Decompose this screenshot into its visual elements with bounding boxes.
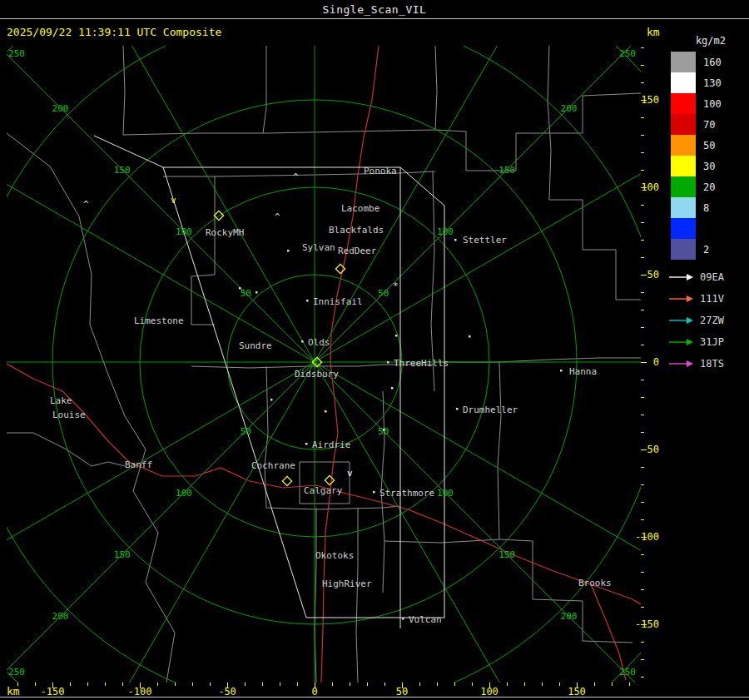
county-boundary bbox=[435, 358, 641, 362]
y-axis-minor-tick bbox=[641, 484, 644, 485]
x-axis-minor-tick bbox=[245, 683, 246, 686]
y-axis-minor-tick bbox=[641, 345, 644, 345]
city-label: Innisfail bbox=[313, 296, 363, 307]
radar-site-entry: 31JP bbox=[669, 331, 724, 353]
colorbar-swatch bbox=[671, 239, 696, 260]
title-divider bbox=[0, 18, 749, 19]
colorbar-swatch bbox=[671, 93, 696, 114]
highway-line bbox=[591, 584, 626, 680]
y-axis-minor-tick bbox=[641, 677, 644, 678]
azimuth-spoke bbox=[65, 46, 315, 362]
county-boundary bbox=[265, 366, 268, 508]
y-axis-minor-tick bbox=[641, 397, 644, 398]
range-label: 100 bbox=[437, 226, 454, 237]
city-label: Lake bbox=[50, 395, 72, 406]
caret-marker: ^ bbox=[275, 211, 280, 222]
radar-site-id: 27ZW bbox=[700, 315, 724, 326]
colorbar-level bbox=[671, 218, 722, 239]
radar-arrow-icon bbox=[669, 360, 694, 368]
range-label: 250 bbox=[8, 667, 25, 678]
y-axis-minor-tick bbox=[641, 467, 644, 468]
radar-site-entry: 18TS bbox=[669, 353, 724, 375]
county-boundary bbox=[384, 539, 533, 543]
radar-coverage-boundary bbox=[400, 167, 444, 206]
town-marker-dot bbox=[456, 408, 459, 410]
colorbar-level: 8 bbox=[671, 197, 722, 218]
town-marker-dot bbox=[239, 287, 241, 290]
x-axis-minor-tick bbox=[367, 683, 368, 686]
county-boundary bbox=[300, 462, 350, 504]
city-label: Blackfalds bbox=[329, 225, 384, 236]
colorbar-level: 2 bbox=[671, 239, 722, 260]
county-boundary bbox=[123, 46, 125, 135]
town-marker-dot bbox=[454, 239, 457, 241]
y-axis-minor-tick bbox=[641, 292, 644, 293]
colorbar-swatch bbox=[671, 197, 696, 218]
city-label: RockyMH bbox=[206, 227, 244, 238]
caret-marker: ^ bbox=[293, 171, 299, 182]
radar-app-window: Single_Scan_VIL 2025/09/22 11:39:11 UTC … bbox=[0, 0, 749, 700]
x-axis-label: -50 bbox=[212, 686, 242, 698]
city-label: Lacombe bbox=[341, 203, 379, 214]
city-label: HighRiver bbox=[322, 578, 372, 589]
y-axis-label: 150 bbox=[628, 94, 659, 106]
y-axis-label: 50 bbox=[628, 269, 659, 280]
y-axis-minor-tick bbox=[641, 502, 644, 503]
y-axis-minor-tick bbox=[641, 117, 644, 118]
y-axis-minor-tick bbox=[641, 310, 644, 310]
town-marker-dot bbox=[305, 443, 308, 445]
colorbar-value: 160 bbox=[703, 57, 722, 68]
range-label: 250 bbox=[8, 48, 25, 59]
city-label: Sundre bbox=[239, 340, 272, 351]
radar-site-id: 09EA bbox=[700, 271, 724, 283]
county-boundary bbox=[215, 171, 435, 176]
town-marker-dot bbox=[387, 361, 389, 364]
colorbar-level: 30 bbox=[671, 156, 722, 176]
county-boundary bbox=[263, 46, 266, 133]
colorbar-value: 8 bbox=[703, 202, 709, 214]
x-axis-minor-tick bbox=[332, 683, 333, 686]
county-boundary bbox=[356, 508, 358, 683]
x-axis-minor-tick bbox=[594, 683, 595, 686]
range-label: 200 bbox=[561, 103, 578, 114]
y-axis-minor-tick bbox=[641, 519, 644, 520]
county-boundary bbox=[191, 366, 308, 368]
x-axis-minor-tick bbox=[629, 683, 630, 686]
colorbar-level: 100 bbox=[671, 93, 722, 114]
range-label: 100 bbox=[176, 226, 192, 237]
colorbar-value: 20 bbox=[703, 181, 715, 193]
city-label: Strathmore bbox=[379, 488, 434, 499]
radar-arrow-icon bbox=[669, 338, 694, 346]
colorbar-value: 50 bbox=[703, 140, 715, 151]
colorbar: 1601301007050302082 bbox=[671, 52, 722, 260]
colorbar-value: 130 bbox=[703, 77, 722, 89]
town-marker-dot bbox=[306, 300, 309, 302]
county-boundary bbox=[435, 46, 437, 130]
city-label: Airdrie bbox=[312, 439, 350, 450]
radar-map-display[interactable]: 5050505010010010010015015015015020020020… bbox=[7, 46, 641, 683]
y-axis-label: -100 bbox=[628, 531, 659, 543]
colorbar-swatch bbox=[671, 176, 696, 197]
range-label: 250 bbox=[619, 48, 636, 59]
y-axis-label: -50 bbox=[628, 444, 659, 455]
city-label: Okotoks bbox=[315, 550, 354, 561]
city-label: RedDeer bbox=[338, 246, 377, 256]
city-label: Sylvan bbox=[302, 242, 335, 253]
x-axis-minor-tick bbox=[87, 683, 88, 686]
colorbar-swatch bbox=[671, 72, 696, 93]
x-axis-minor-tick bbox=[612, 683, 613, 686]
radar-arrow-icon bbox=[669, 316, 694, 325]
x-axis-minor-tick bbox=[35, 683, 36, 686]
azimuth-spoke bbox=[65, 362, 315, 683]
city-label: Vulcan bbox=[409, 614, 442, 625]
x-axis-minor-tick bbox=[507, 683, 508, 686]
range-label: 150 bbox=[499, 549, 515, 560]
city-label: Limestone bbox=[134, 315, 184, 326]
colorbar-value: 70 bbox=[703, 119, 715, 131]
y-axis-minor-tick bbox=[641, 47, 644, 48]
y-axis-label: 0 bbox=[628, 356, 659, 368]
window-title: Single_Scan_VIL bbox=[0, 3, 749, 16]
colorbar-level: 70 bbox=[671, 114, 722, 135]
x-axis-label: -150 bbox=[37, 686, 67, 698]
x-axis-label: 100 bbox=[474, 686, 504, 698]
